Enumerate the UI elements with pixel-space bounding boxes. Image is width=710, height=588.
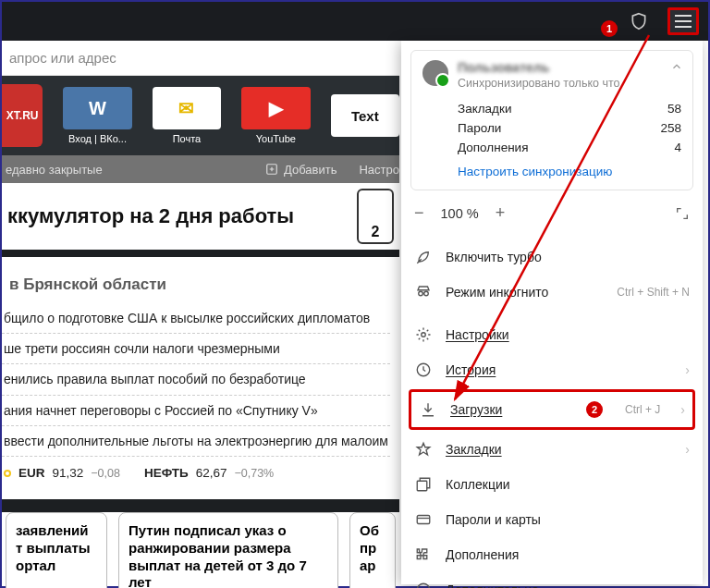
zen-card[interactable]: Об пр ар — [349, 512, 396, 588]
speed-dial-tile[interactable]: XT.RU — [2, 84, 43, 147]
downloads-highlight: Загрузки 2 Ctrl + J › — [409, 389, 695, 430]
news-item[interactable]: бщило о подготовке США к высылке российс… — [2, 303, 390, 333]
svg-rect-5 — [417, 481, 427, 491]
menu-item-turbo[interactable]: Включить турбо — [401, 239, 703, 275]
zen-card[interactable]: заявлений т выплаты ортал — [6, 512, 107, 588]
main-menu-button[interactable] — [667, 7, 699, 35]
menu-item-label: Закладки — [446, 442, 665, 457]
menu-item-more[interactable]: Дополнительно › — [401, 572, 703, 588]
sync-card[interactable]: Пользователь Синхронизировано только что… — [410, 50, 693, 190]
history-icon — [414, 361, 433, 379]
menu-item-bookmarks[interactable]: Закладки › — [401, 432, 703, 467]
plus-box-icon — [265, 163, 278, 176]
speed-dial-row: XT.RU W Вход | ВКо... ✉ Почта ▶ YouTube … — [2, 76, 399, 155]
rate-dot-icon — [4, 470, 11, 477]
sync-row: Дополнения4 — [422, 138, 681, 157]
rate-value: 62,67 — [196, 466, 227, 480]
news-item[interactable]: ше трети россиян сочли налоги чрезмерным… — [2, 333, 390, 363]
speed-dial-subbar: едавно закрытые Добавить Настро — [2, 155, 399, 183]
menu-item-label: Режим инкогнито — [446, 285, 594, 300]
configure-sync-link[interactable]: Настроить синхронизацию — [422, 165, 681, 178]
tile-label: YouTube — [256, 133, 296, 144]
sync-username: Пользователь — [458, 60, 620, 75]
hamburger-icon — [675, 20, 692, 22]
menu-shortcut: Ctrl + J — [616, 403, 660, 416]
speed-dial-tile[interactable]: Text — [331, 84, 399, 147]
rate-delta: −0,73% — [234, 467, 274, 480]
rate-delta: −0,08 — [91, 467, 120, 480]
svg-point-7 — [417, 583, 430, 588]
menu-item-label: Пароли и карты — [446, 512, 690, 527]
news-region: в Брянской области — [9, 276, 390, 294]
menu-item-history[interactable]: История › — [401, 352, 703, 387]
news-item[interactable]: ввести дополнительные льготы на электроэ… — [2, 425, 390, 456]
menu-item-label: Настройки — [446, 327, 690, 342]
menu-item-settings[interactable]: Настройки — [401, 317, 703, 352]
main-menu-panel: Пользователь Синхронизировано только что… — [401, 41, 703, 584]
speed-dial-tile[interactable]: ✉ Почта — [153, 84, 221, 147]
dots-icon — [414, 581, 433, 588]
sync-status: Синхронизировано только что — [458, 77, 620, 90]
menu-item-incognito[interactable]: Режим инкогнито Ctrl + Shift + N — [401, 275, 703, 310]
zen-card[interactable]: Путин подписал указ о ранжировании разме… — [118, 512, 338, 588]
annotation-badge-2: 2 — [586, 401, 603, 418]
svg-rect-6 — [417, 516, 430, 524]
puzzle-icon — [414, 545, 433, 564]
svg-point-2 — [424, 291, 429, 296]
speed-dial-settings-link[interactable]: Настро — [359, 163, 399, 177]
menu-item-label: Дополнения — [446, 547, 690, 562]
news-item[interactable]: ания начнет переговоры с Россией по «Спу… — [2, 395, 390, 425]
menu-shortcut: Ctrl + Shift + N — [607, 286, 690, 299]
zoom-out-button[interactable]: − — [414, 203, 424, 223]
menu-item-addons[interactable]: Дополнения — [401, 537, 703, 572]
zoom-in-button[interactable]: + — [496, 203, 506, 223]
add-tile-button[interactable]: Добавить — [265, 163, 337, 177]
tile-label: Вход | ВКо... — [68, 133, 127, 144]
currency-rates: EUR 91,32 −0,08 НЕФТЬ 62,67 −0,73% — [2, 456, 390, 485]
rate-label: НЕФТЬ — [144, 466, 189, 480]
rate-value: 91,32 — [53, 466, 84, 480]
phone-icon: 2 — [357, 189, 394, 244]
chevron-right-icon: › — [685, 582, 690, 588]
shield-icon[interactable]: 1 — [627, 9, 651, 33]
svg-point-3 — [422, 333, 426, 337]
chevron-up-icon[interactable] — [670, 60, 683, 73]
menu-item-label: Загрузки — [450, 402, 573, 417]
browser-titlebar: 1 — [2, 2, 708, 41]
sync-row: Закладки58 — [422, 99, 681, 118]
tile-label: Почта — [173, 133, 202, 144]
rocket-icon — [414, 248, 433, 266]
ad-banner[interactable]: ккумулятор на 2 дня работы 2 — [2, 183, 399, 257]
menu-item-collections[interactable]: Коллекции — [401, 467, 703, 502]
avatar — [422, 60, 448, 86]
tile-logo: ▶ — [241, 87, 310, 129]
recently-closed-link[interactable]: едавно закрытые — [6, 163, 103, 177]
gear-icon — [414, 325, 433, 344]
download-icon — [419, 400, 437, 419]
chevron-right-icon: › — [685, 442, 690, 457]
chevron-right-icon: › — [685, 362, 690, 377]
tile-logo: W — [63, 87, 131, 129]
menu-item-label: История — [446, 362, 665, 377]
fullscreen-icon — [675, 206, 690, 221]
fullscreen-button[interactable] — [675, 206, 690, 221]
news-item[interactable]: енились правила выплат пособий по безраб… — [2, 363, 390, 394]
menu-item-label: Включить турбо — [446, 250, 690, 264]
speed-dial-tile[interactable]: ▶ YouTube — [241, 84, 310, 147]
banner-title: ккумулятор на 2 дня работы — [7, 204, 294, 228]
svg-point-1 — [419, 291, 423, 296]
menu-item-passwords[interactable]: Пароли и карты — [401, 502, 703, 537]
collections-icon — [414, 475, 433, 494]
card-icon — [414, 510, 433, 529]
divider — [2, 499, 399, 512]
speed-dial-tile[interactable]: W Вход | ВКо... — [63, 84, 131, 147]
incognito-icon — [414, 283, 433, 301]
zoom-value: 100 % — [441, 206, 479, 221]
add-tile-label: Добавить — [284, 163, 337, 177]
tile-label: Text — [331, 94, 399, 137]
address-placeholder: апрос или адрес — [9, 50, 116, 66]
address-bar[interactable]: апрос или адрес — [2, 41, 399, 76]
rate-label: EUR — [18, 466, 45, 480]
menu-item-label: Дополнительно — [446, 582, 665, 588]
menu-item-downloads[interactable]: Загрузки 2 Ctrl + J › — [417, 398, 687, 422]
